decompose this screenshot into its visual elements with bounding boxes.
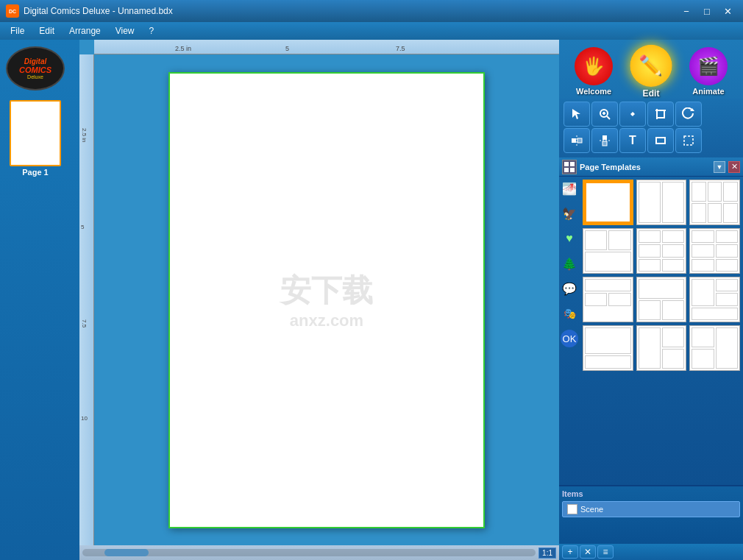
tmpl-cell	[716, 293, 738, 305]
horizontal-scroll-track[interactable]	[82, 549, 536, 556]
mode-welcome[interactable]: 🖐 Welcome	[565, 44, 622, 99]
watermark: 安下载 anxz.com	[280, 270, 373, 330]
tmpl-cell	[586, 182, 630, 222]
ruler-horizontal: 2.5 in 5 7.5	[94, 40, 559, 54]
flip-h-tool[interactable]	[564, 128, 590, 153]
svg-rect-8	[657, 110, 664, 118]
menu-view[interactable]: View	[108, 24, 142, 38]
main-layout: Digital COMICS Deluxe Page 1 2.5 in 5 7.…	[0, 40, 743, 560]
animate-icon: 🎬	[689, 47, 728, 85]
bottom-nav: + ✕ ≡	[559, 544, 743, 560]
tmpl-cell	[639, 244, 661, 257]
side-icon-ok[interactable]: OK	[561, 330, 578, 347]
tmpl-cell	[692, 279, 714, 306]
tmpl-cell	[692, 308, 738, 320]
side-icon-tree[interactable]: 🌲	[561, 255, 578, 272]
tmpl-cell	[692, 230, 714, 243]
template-item-4[interactable]	[636, 228, 687, 274]
zoom-tool[interactable]	[591, 102, 618, 127]
tmpl-cell	[639, 300, 661, 320]
svg-point-7	[631, 113, 634, 116]
template-item-10[interactable]	[636, 325, 687, 371]
welcome-label: Welcome	[576, 87, 611, 96]
item-scene-icon	[567, 504, 577, 514]
menu-arrange[interactable]: Arrange	[62, 24, 108, 38]
close-button[interactable]: ✕	[718, 4, 737, 18]
templates-dropdown[interactable]: ▼	[714, 161, 725, 173]
window-title: Digital Comics Deluxe - Unnamed.bdx	[24, 6, 672, 16]
tmpl-cell	[585, 252, 631, 272]
menu-edit[interactable]: Edit	[32, 24, 62, 38]
rect-tool[interactable]	[647, 128, 674, 153]
maximize-button[interactable]: □	[697, 4, 717, 18]
item-scene[interactable]: Scene	[562, 501, 740, 517]
page-thumbnail-1[interactable]: Page 1	[3, 100, 68, 177]
tools-area: T	[559, 99, 743, 157]
tmpl-cell	[716, 230, 738, 243]
template-item-0[interactable]	[583, 180, 633, 225]
tool-row-1	[564, 102, 739, 127]
horizontal-scroll-thumb[interactable]	[104, 549, 149, 556]
ruler-vertical: 2.5 in 5 7.5 10	[79, 54, 94, 560]
minimize-button[interactable]: −	[677, 4, 696, 18]
text-tool[interactable]: T	[619, 128, 646, 153]
window-controls: − □ ✕	[677, 4, 737, 18]
rotate-tool[interactable]	[675, 102, 702, 127]
tmpl-cell	[692, 244, 714, 257]
items-header: Items	[562, 489, 740, 498]
pan-tool[interactable]	[619, 102, 646, 127]
more-options-button[interactable]: ≡	[597, 545, 614, 559]
tmpl-cell	[662, 259, 684, 272]
svg-rect-20	[656, 138, 665, 143]
tmpl-cell	[692, 349, 714, 369]
svg-marker-2	[572, 109, 580, 119]
side-icon-photo[interactable]: 🌁	[561, 180, 578, 197]
page-document[interactable]: 安下载 anxz.com	[168, 72, 485, 528]
templates-grid	[580, 177, 743, 485]
add-page-button[interactable]: +	[562, 545, 578, 559]
templates-title: Page Templates	[580, 163, 711, 171]
menu-file[interactable]: File	[3, 24, 32, 38]
select-tool[interactable]	[564, 102, 590, 127]
template-item-1[interactable]	[636, 180, 687, 225]
template-item-6[interactable]	[583, 277, 633, 322]
template-item-11[interactable]	[689, 325, 740, 371]
mode-buttons: 🖐 Welcome ✏️ Edit 🎬 Animate	[559, 40, 743, 99]
tmpl-cell	[639, 279, 685, 299]
ruler-mark-v-7-5: 7.5	[81, 319, 88, 327]
template-item-7[interactable]	[636, 277, 687, 322]
tmpl-cell	[585, 293, 607, 305]
ruler-mark-7-5: 7.5	[396, 45, 405, 52]
tool-row-2: T	[564, 128, 739, 153]
template-item-5[interactable]	[689, 228, 740, 274]
menubar: File Edit Arrange View ?	[0, 22, 743, 40]
tmpl-cell	[708, 182, 722, 202]
crop-tool[interactable]	[647, 102, 674, 127]
svg-line-4	[607, 116, 610, 119]
mode-animate[interactable]: 🎬 Animate	[680, 44, 737, 99]
template-item-3[interactable]	[583, 228, 633, 274]
tmpl-cell	[585, 355, 631, 369]
lasso-tool[interactable]	[675, 128, 702, 153]
template-item-2[interactable]	[689, 180, 740, 225]
template-item-8[interactable]	[689, 277, 740, 322]
tmpl-cell	[692, 259, 714, 272]
templates-header: Page Templates ▼ ✕	[559, 157, 743, 177]
svg-rect-21	[684, 136, 693, 145]
flip-v-tool[interactable]	[591, 128, 618, 153]
side-icon-bird[interactable]: 🦅	[561, 205, 578, 222]
side-icon-speech[interactable]: 💬	[561, 280, 578, 297]
zoom-level: 1:1	[538, 547, 556, 559]
ruler-mark-2-5: 2.5 in	[175, 45, 191, 52]
side-icon-heart[interactable]: ♥	[561, 230, 578, 247]
menu-help[interactable]: ?	[142, 24, 162, 38]
templates-close-button[interactable]: ✕	[728, 161, 740, 173]
templates-panel: Page Templates ▼ ✕ 🌁 🦅 ♥ 🌲 💬 🎭 OK	[559, 157, 743, 485]
template-item-9[interactable]	[583, 325, 633, 371]
delete-page-button[interactable]: ✕	[580, 545, 596, 559]
items-panel: Items Scene	[559, 485, 743, 544]
side-icon-portrait[interactable]: 🎭	[561, 305, 578, 322]
template-column-3	[689, 180, 740, 482]
svg-rect-15	[577, 138, 582, 143]
mode-edit[interactable]: ✏️ Edit	[619, 41, 683, 101]
